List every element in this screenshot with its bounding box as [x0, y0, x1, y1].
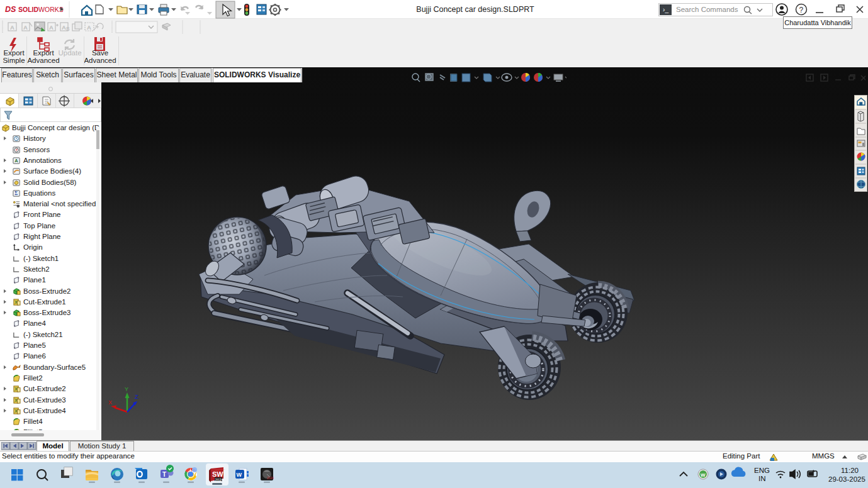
- svg-text:A: A: [62, 24, 66, 31]
- svg-text:W: W: [237, 472, 242, 478]
- svg-text:2024: 2024: [267, 476, 274, 480]
- svg-text:Z: Z: [135, 394, 138, 400]
- svg-text:ENG: ENG: [754, 467, 770, 474]
- svg-text:Y: Y: [125, 386, 128, 392]
- svg-text:A: A: [14, 158, 18, 164]
- svg-text:X: X: [108, 399, 112, 406]
- svg-text:11:20: 11:20: [841, 467, 859, 474]
- svg-text:DS: DS: [5, 5, 16, 14]
- svg-text:B: B: [66, 26, 70, 32]
- svg-text:IN: IN: [758, 475, 766, 482]
- svg-text:A: A: [49, 24, 54, 31]
- svg-text:?: ?: [799, 6, 804, 14]
- svg-text:A: A: [23, 24, 28, 31]
- svg-text:2024: 2024: [215, 478, 224, 482]
- svg-text:29-03-2025: 29-03-2025: [828, 475, 865, 483]
- svg-text:SW: SW: [212, 470, 223, 478]
- svg-text:SOLIDWORKS: SOLIDWORKS: [18, 6, 64, 13]
- svg-text:A: A: [87, 24, 91, 31]
- svg-text:Σ: Σ: [14, 191, 18, 196]
- svg-text:W: W: [701, 472, 706, 478]
- svg-text:T: T: [162, 471, 166, 478]
- svg-text:A: A: [10, 24, 14, 31]
